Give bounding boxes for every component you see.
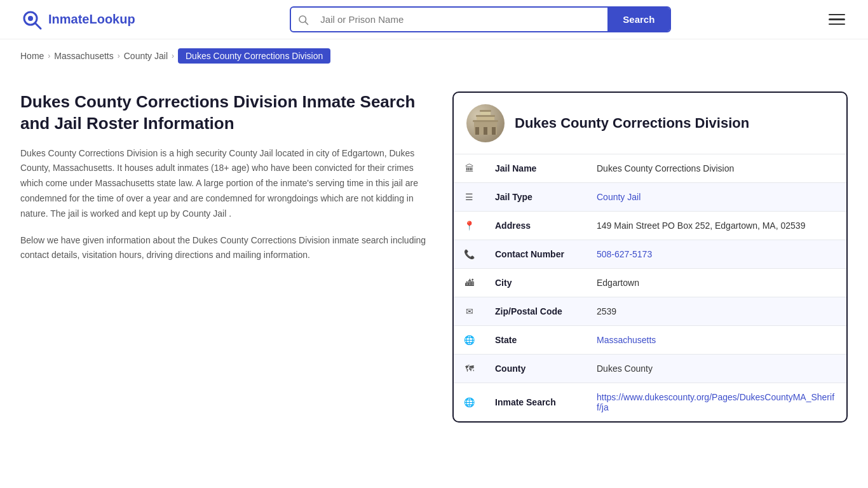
breadcrumb-massachusetts[interactable]: Massachusetts [54, 51, 113, 61]
breadcrumb-home[interactable]: Home [20, 51, 44, 61]
row-icon: 📍 [454, 212, 485, 240]
row-value[interactable]: Massachusetts [587, 326, 846, 355]
row-label: Jail Name [485, 154, 587, 183]
row-value: Dukes County [587, 355, 846, 383]
row-icon: 🌐 [454, 326, 485, 355]
search-input[interactable] [315, 8, 607, 31]
search-area: Search [290, 6, 671, 32]
logo-text: InmateLookup [48, 12, 135, 27]
search-wrapper: Search [290, 6, 671, 32]
row-icon: 🏛 [454, 154, 485, 183]
row-value: 2539 [587, 297, 846, 326]
breadcrumb-active: Dukes County Corrections Division [178, 48, 330, 64]
row-icon: 🌐 [454, 383, 485, 422]
row-icon: ☰ [454, 183, 485, 212]
table-row: ☰Jail TypeCounty Jail [454, 183, 846, 212]
page-desc-2: Below we have given information about th… [20, 233, 427, 264]
main-container: Dukes County Corrections Division Inmate… [0, 92, 868, 423]
svg-line-4 [306, 22, 308, 24]
table-row: 🗺CountyDukes County [454, 355, 846, 383]
facility-avatar-image [466, 104, 505, 142]
row-value: 149 Main Street PO Box 252, Edgartown, M… [587, 212, 846, 240]
row-label: Contact Number [485, 240, 587, 269]
info-card-header: Dukes County Corrections Division [454, 93, 846, 154]
row-value: Edgartown [587, 269, 846, 297]
table-row: 🌐Inmate Searchhttps://www.dukescounty.or… [454, 383, 846, 422]
row-value-link[interactable]: 508-627-5173 [597, 249, 652, 259]
svg-point-2 [28, 16, 33, 21]
info-card: Dukes County Corrections Division 🏛Jail … [452, 92, 848, 423]
table-row: 📞Contact Number508-627-5173 [454, 240, 846, 269]
row-icon: 🗺 [454, 355, 485, 383]
row-icon: 📞 [454, 240, 485, 269]
row-label: Inmate Search [485, 383, 587, 422]
info-table: 🏛Jail NameDukes County Corrections Divis… [454, 154, 846, 421]
page-title: Dukes County Corrections Division Inmate… [20, 92, 427, 135]
right-panel: Dukes County Corrections Division 🏛Jail … [452, 92, 848, 423]
row-label: Zip/Postal Code [485, 297, 587, 326]
row-value[interactable]: County Jail [587, 183, 846, 212]
row-label: Jail Type [485, 183, 587, 212]
table-row: 🏙CityEdgartown [454, 269, 846, 297]
left-panel: Dukes County Corrections Division Inmate… [20, 92, 427, 423]
row-label: Address [485, 212, 587, 240]
facility-name-heading: Dukes County Corrections Division [515, 115, 749, 132]
row-value-link[interactable]: https://www.dukescounty.org/Pages/DukesC… [597, 392, 834, 412]
row-value[interactable]: https://www.dukescounty.org/Pages/DukesC… [587, 383, 846, 422]
row-label: City [485, 269, 587, 297]
svg-rect-9 [484, 127, 487, 135]
logo-icon [20, 8, 43, 31]
row-icon: ✉ [454, 297, 485, 326]
row-value-link[interactable]: Massachusetts [597, 335, 656, 345]
breadcrumb: Home › Massachusetts › County Jail › Duk… [0, 39, 868, 72]
table-row: ✉Zip/Postal Code2539 [454, 297, 846, 326]
search-icon [291, 14, 315, 25]
facility-avatar [466, 104, 505, 142]
row-label: State [485, 326, 587, 355]
table-row: 📍Address149 Main Street PO Box 252, Edga… [454, 212, 846, 240]
menu-button[interactable] [826, 11, 848, 28]
svg-rect-12 [476, 115, 495, 117]
hamburger-line-3 [829, 24, 845, 25]
hamburger-line-1 [829, 14, 845, 16]
search-button[interactable]: Search [607, 8, 670, 31]
chevron-icon-2: › [118, 51, 120, 60]
svg-rect-10 [492, 127, 496, 135]
header: InmateLookup Search [0, 0, 868, 39]
row-value-link[interactable]: County Jail [597, 192, 641, 202]
breadcrumb-county-jail[interactable]: County Jail [124, 51, 168, 61]
svg-rect-11 [473, 120, 498, 122]
logo[interactable]: InmateLookup [20, 8, 135, 31]
svg-rect-13 [480, 110, 491, 112]
svg-line-1 [35, 23, 41, 29]
row-value: Dukes County Corrections Division [587, 154, 846, 183]
row-label: County [485, 355, 587, 383]
page-desc-1: Dukes County Corrections Division is a h… [20, 146, 427, 222]
svg-rect-8 [475, 127, 479, 135]
chevron-icon-1: › [48, 51, 50, 60]
table-row: 🌐StateMassachusetts [454, 326, 846, 355]
row-icon: 🏙 [454, 269, 485, 297]
hamburger-line-2 [829, 18, 845, 20]
chevron-icon-3: › [172, 51, 174, 60]
row-value[interactable]: 508-627-5173 [587, 240, 846, 269]
table-row: 🏛Jail NameDukes County Corrections Divis… [454, 154, 846, 183]
